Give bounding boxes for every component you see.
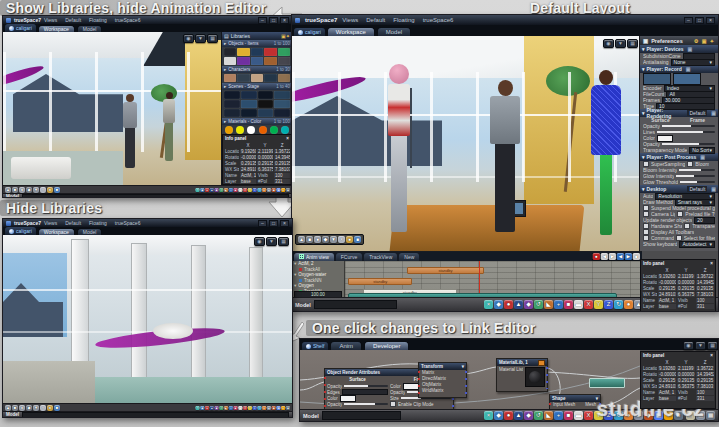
primitives-icon[interactable]: ◆ xyxy=(494,411,503,420)
object-tool-icon[interactable]: ■ xyxy=(306,236,313,243)
library-thumbnail[interactable] xyxy=(224,48,236,56)
library-thumbnail[interactable] xyxy=(274,91,290,99)
grid-toggle-icon[interactable]: ▦ xyxy=(278,237,289,246)
move-tool-icon[interactable]: ▲ xyxy=(267,405,271,409)
prefs-dropdown[interactable]: None▾ xyxy=(671,59,715,66)
play-icon[interactable]: ▶ xyxy=(625,253,632,260)
close-scene-icon[interactable]: × xyxy=(484,300,493,309)
render-mode-icon[interactable]: ◉ xyxy=(254,237,265,246)
preferences-header-icons[interactable]: ⚙ ▣ ✦ xyxy=(694,38,715,44)
library-thumbnail[interactable] xyxy=(264,48,276,56)
prefs-section-preset[interactable]: Default xyxy=(687,110,707,116)
prefs-row[interactable]: AntialiasingNone▾ xyxy=(640,59,718,65)
rotate-tool-icon[interactable]: ◆ xyxy=(272,405,276,409)
prefs-section-header[interactable]: ▾Player: Post Process▣ xyxy=(640,153,718,161)
minimize-button[interactable]: – xyxy=(258,220,267,227)
link-editor-canvas[interactable]: Object Render Attributes▾ Surface Opacit… xyxy=(300,350,640,409)
panel-icon[interactable]: ▣ xyxy=(711,186,716,192)
cone-tool-icon[interactable]: ▲ xyxy=(514,411,523,420)
axis-z-icon[interactable]: Z xyxy=(253,405,257,409)
menu-default[interactable]: Default xyxy=(65,17,81,23)
titlebar[interactable]: trueSpace7 ViewsDefaultFloatingtrueSpace… xyxy=(292,15,718,25)
library-thumbnail[interactable] xyxy=(281,126,289,134)
collapse-arrow-icon[interactable]: ▾ xyxy=(642,46,645,52)
view-menu-icon[interactable]: ▼ xyxy=(615,39,626,48)
view-menu-icon[interactable]: ▼ xyxy=(266,237,277,246)
viewport-3d[interactable]: ◉▼▦ xyxy=(3,235,292,403)
camera-tool-icon[interactable]: ■ xyxy=(54,405,60,411)
light-tool-icon[interactable]: ● xyxy=(346,236,353,243)
anim-clip[interactable]: standby xyxy=(348,278,412,285)
prefs-slider[interactable] xyxy=(676,175,715,177)
prefs-section-header[interactable]: ▾Player: RenderingDefault▣ xyxy=(640,109,718,117)
cone-tool-icon[interactable]: ▲ xyxy=(514,300,523,309)
material-icon[interactable]: ■ xyxy=(564,300,573,309)
tab-workspace[interactable]: Workspace xyxy=(327,27,375,36)
tab-developer[interactable]: Developer xyxy=(364,341,409,350)
brand-tab[interactable]: caligari xyxy=(5,227,36,235)
step-back-icon[interactable]: ◀ xyxy=(601,253,608,260)
info-panel-titlebar[interactable]: Info panel× xyxy=(641,352,715,359)
close-icon[interactable]: × xyxy=(286,136,289,141)
light-tool-icon[interactable]: ● xyxy=(47,187,53,193)
undo-icon[interactable]: ↺ xyxy=(534,300,543,309)
library-thumbnail[interactable] xyxy=(259,126,267,134)
library-thumbnail[interactable] xyxy=(247,126,255,134)
bevel-tool-icon[interactable]: ▼ xyxy=(33,405,39,411)
node-shape[interactable]: Shape▾ Input MeshMesh xyxy=(549,394,601,409)
viewport-3d[interactable]: ◉▼▦ xyxy=(3,32,221,185)
primitives-icon[interactable]: ◆ xyxy=(494,300,503,309)
axis-x-icon[interactable]: X xyxy=(243,405,247,409)
render-mode-icon[interactable]: ◉ xyxy=(683,341,694,350)
render-icon[interactable]: ● xyxy=(262,405,266,409)
libraries-header[interactable]: ▤ Libraries ▣✦ xyxy=(222,32,292,40)
library-section-header[interactable]: ▸Materials - Color1 to 100 xyxy=(222,118,292,125)
redo-icon[interactable]: ↻ xyxy=(257,405,261,409)
render-window-icon[interactable]: ▦ xyxy=(706,411,715,420)
grid-snap-icon[interactable]: ▦ xyxy=(276,187,280,191)
prefs-row[interactable]: Transparency ModeNo Sort▾ xyxy=(640,147,718,153)
cone-tool-icon[interactable]: ▲ xyxy=(210,187,214,191)
grid-snap-icon[interactable]: ▦ xyxy=(276,405,280,409)
material-node-button[interactable] xyxy=(538,360,545,366)
tab-model[interactable]: Model xyxy=(77,228,103,235)
axis-z-icon[interactable]: Z xyxy=(604,300,613,309)
panel-icon[interactable]: ▣ xyxy=(700,154,705,160)
nurbs-tool-icon[interactable]: ◆ xyxy=(524,411,533,420)
node-row[interactable]: Input Mesh xyxy=(550,402,578,408)
maximize-button[interactable]: □ xyxy=(695,17,704,24)
collapse-arrow-icon[interactable]: ▸ xyxy=(224,41,226,46)
delete-tool-icon[interactable]: × xyxy=(338,236,345,243)
prefs-section-preset[interactable]: Default xyxy=(687,186,707,192)
node-collapsed[interactable] xyxy=(589,378,625,388)
close-scene-icon[interactable]: × xyxy=(195,405,199,409)
close-button[interactable]: × xyxy=(280,220,289,227)
select-tool-icon[interactable]: ▲ xyxy=(298,236,305,243)
sweep-tool-icon[interactable]: ◆ xyxy=(26,405,32,411)
library-thumbnail[interactable] xyxy=(241,109,257,117)
triangulate-icon[interactable]: ◣ xyxy=(224,405,228,409)
library-thumbnail[interactable] xyxy=(241,91,257,99)
menu-floating[interactable]: Floating xyxy=(89,220,107,226)
add-object-icon[interactable]: + xyxy=(554,300,563,309)
menu-views[interactable]: Views xyxy=(44,17,57,23)
sweep-tool-icon[interactable]: ◆ xyxy=(322,236,329,243)
record-icon[interactable]: ● xyxy=(593,253,600,260)
delete-tool-icon[interactable]: × xyxy=(40,187,46,193)
material-icon[interactable]: ■ xyxy=(564,411,573,420)
library-thumbnail[interactable] xyxy=(270,126,278,134)
menu-floating[interactable]: Floating xyxy=(393,17,414,23)
bevel-tool-icon[interactable]: ▼ xyxy=(33,187,39,193)
move-tool-icon[interactable]: ▲ xyxy=(267,187,271,191)
tab-shelf[interactable]: Shelf xyxy=(313,343,324,349)
prefs-slider[interactable] xyxy=(662,125,715,127)
stop-icon[interactable]: ■ xyxy=(633,253,640,260)
command-input[interactable] xyxy=(322,411,401,420)
library-thumbnail[interactable] xyxy=(224,109,240,117)
sun-light-icon[interactable]: ● xyxy=(281,405,285,409)
select-tool-icon[interactable]: ▲ xyxy=(5,187,11,193)
scale-tool-icon[interactable]: ■ xyxy=(286,187,290,191)
point-edit-icon[interactable]: ● xyxy=(19,405,25,411)
add-object-icon[interactable]: + xyxy=(229,405,233,409)
menu-views[interactable]: Views xyxy=(44,220,57,226)
